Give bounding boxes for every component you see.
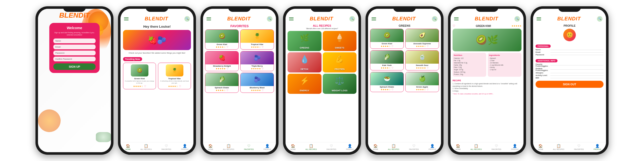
gheart-1[interactable]: ♡ [391,45,393,48]
recipes-icon-7: 📋 [556,144,561,148]
category-greens[interactable]: 🌿 GREENS [288,31,321,51]
search-icon-3[interactable]: 🔍 [267,16,272,22]
profile-page-title: PROFILE [536,24,603,27]
greens-card-6[interactable]: 🍏 Green Apple ★★★★☆♡ [405,72,439,92]
favorites-title: FAVORITES [205,24,274,28]
nav-home[interactable]: 🏠HOME [125,144,131,150]
heart-r3[interactable]: ♡ [226,67,228,70]
nav-profile-5[interactable]: 👤PROFILE [429,144,436,150]
greens-img-3: 🥬 [370,51,404,64]
nav-profile-3[interactable]: 👤PROFILE [264,144,271,150]
trending-card-2[interactable]: 🍍 Tropical Vibe A refreshing drink to he… [158,63,191,89]
profile-email-field: Email: [536,51,603,53]
recipe-note: * Note: To make a breakfast smoothie, ad… [453,93,521,95]
hamburger-4[interactable] [289,17,294,20]
category-energy[interactable]: ⚡ ENERGY [288,74,321,94]
heart-r5[interactable]: ♡ [226,89,228,92]
nav-profile-label-3: PROFILE [264,148,271,150]
nav-profile-4[interactable]: 👤PROFILE [346,144,354,150]
recipe-card-1[interactable]: 🥝 Green Kiwi ★★★★☆♡ [205,29,239,50]
search-icon-7[interactable]: 🔍 [597,16,602,22]
trending-card-1[interactable]: 🥝 Green Kiwi A smoothie full of greens t… [123,63,156,89]
category-sweets[interactable]: 🍦 SWEETS [323,31,357,51]
name-field[interactable]: Name: [53,38,96,43]
profile-activity-value[interactable] [550,75,603,76]
greens-card-2[interactable]: 🥑 Avocado Supreme ★★★★☆♡ [405,29,439,49]
search-icon[interactable]: 🔍 [184,16,190,22]
heart-1[interactable]: ♡ [144,85,146,88]
detail-header: ♡ GREEN KIWI ★★★★★ [453,24,521,28]
nav-home-7[interactable]: 🏠HOME [538,144,543,150]
nav-home-5[interactable]: 🏠HOME [373,144,378,150]
profile-password-value[interactable] [550,55,603,55]
recipe-card-5[interactable]: 🥬 Spinach Shake ★★★★☆♡ [205,73,239,93]
nav-favorites-4[interactable]: ♡FAVORITES [327,144,336,150]
greens-card-4[interactable]: 🍵 Smooth Sour ★★★★★♡ [405,50,439,70]
greens-card-5[interactable]: 🥗 Spinach Shake ★★★★☆♡ [370,72,404,92]
password-field[interactable]: Password: [53,51,96,55]
nav-recipes[interactable]: 📋ALL RECIPES [140,144,152,150]
detail-heart[interactable]: ♡ [453,24,455,28]
nav-home-4[interactable]: 🏠HOME [290,144,296,150]
profile-disliked-value[interactable] [550,69,603,70]
nav-home-3[interactable]: 🏠HOME [208,144,213,150]
nav-recipes-3[interactable]: 📋ALL RECIPES [223,144,234,150]
recipe-card-4[interactable]: 🫐 Triple Berry ★★★★★♡ [240,51,274,71]
heart-r2[interactable]: ♡ [262,46,264,48]
profile-allergies-value[interactable] [550,73,603,73]
signup-button[interactable]: SIGN UP [53,63,96,70]
nav-profile-7[interactable]: 👤PROFILE [594,144,601,150]
gheart-4[interactable]: ♡ [427,67,429,69]
profile-name-value[interactable] [550,50,603,50]
nav-favorites-6[interactable]: ♡FAVORITES [492,144,501,150]
greens-card-3[interactable]: 🥬 Kale Yeah ★★★★☆♡ [370,50,404,70]
screen-4: BLENDIT 🔍 ALL RECIPES "Blendit offers ov… [286,9,358,152]
hamburger-3[interactable] [207,17,211,20]
hamburger-7[interactable] [537,17,541,20]
nav-favorites[interactable]: ♡FAVORITES [162,144,171,150]
nav-recipes-4[interactable]: 📋ALL RECIPES [305,144,317,150]
search-icon-5[interactable]: 🔍 [432,16,437,22]
heart-r4[interactable]: ♡ [262,67,264,70]
greens-img-2: 🥑 [406,29,439,42]
sign-out-button[interactable]: SIGN OUT [536,81,603,88]
email-field[interactable]: Email: [53,45,96,49]
heart-r1[interactable]: ♡ [226,46,228,48]
profile-bmi-value[interactable] [550,78,603,78]
search-icon-4[interactable]: 🔍 [349,16,355,22]
heart-2[interactable]: ♡ [179,85,181,88]
gheart-2[interactable]: ♡ [427,45,429,48]
profile-fav-value[interactable] [550,65,603,65]
nav-favorites-7[interactable]: ♡FAVORITES [574,144,584,150]
nav-recipes-6[interactable]: 📋ALL RECIPES [470,144,482,150]
nav-profile[interactable]: 👤PROFILE [181,144,189,150]
ingredients-title: Ingredients [489,54,520,56]
nav-favorites-5[interactable]: ♡FAVORITES [409,144,419,150]
category-weight-loss[interactable]: ⚖️ WEIGHT LOSS [323,74,357,94]
recipe-card-6[interactable]: 🫐 Blueberry Blast ★★★★★♡ [240,73,274,93]
hamburger-5[interactable] [372,17,376,20]
hamburger-6[interactable] [454,17,459,20]
gheart-3[interactable]: ♡ [391,67,393,69]
confirm-password-field[interactable]: Confirm Password: [53,57,96,61]
bottom-nav-3: 🏠HOME 📋ALL RECIPES ♡FAVORITES 👤PROFILE [203,142,276,152]
profile-email-value[interactable] [550,52,603,53]
heart-r6[interactable]: ♡ [262,89,264,92]
search-icon-6[interactable]: 🔍 [514,16,520,22]
nav-profile-6[interactable]: 👤PROFILE [511,144,519,150]
nav-home-6[interactable]: 🏠HOME [455,144,461,150]
nav-favorites-3[interactable]: ♡FAVORITES [244,144,254,150]
trending-desc-1: A smoothie full of greens to give you en… [125,80,154,84]
nav-recipes-5[interactable]: 📋ALL RECIPES [388,144,399,150]
category-detox[interactable]: 💧 DETOX [288,52,321,72]
hamburger-menu[interactable] [124,17,129,20]
recipe-name-6: Blueberry Blast [250,87,264,89]
category-protein[interactable]: 💪 PROTIEN [323,52,357,72]
line-1 [207,17,211,18]
nav-recipes-7[interactable]: 📋ALL RECIPES [553,144,564,150]
gheart-5[interactable]: ♡ [391,88,393,91]
gheart-6[interactable]: ♡ [427,88,429,91]
greens-card-1[interactable]: 🥝 Green Kiwi ★★★★☆♡ [370,29,404,49]
recipe-card-2[interactable]: 🍍 Tropical Vibe ★★★★☆♡ [240,29,274,50]
recipe-card-3[interactable]: 🍓 Strawberry Delight ★★★★★♡ [205,51,239,71]
